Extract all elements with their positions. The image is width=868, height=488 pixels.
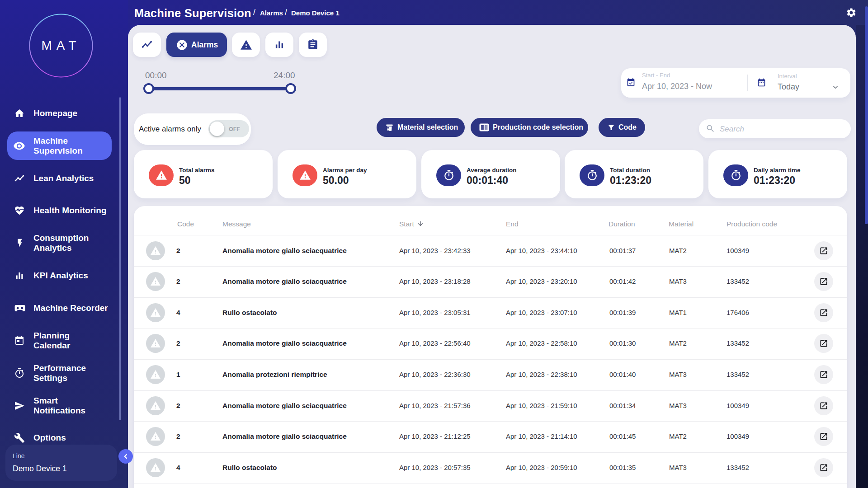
svg-text:MAT: MAT bbox=[41, 38, 80, 52]
